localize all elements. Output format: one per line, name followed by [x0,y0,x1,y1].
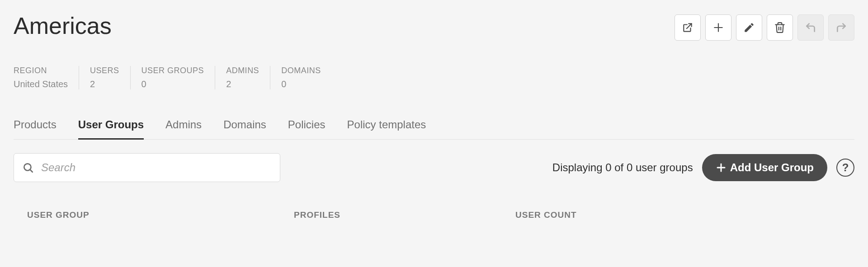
help-icon: ? [842,161,849,174]
search-icon [22,162,34,173]
stat-label: ADMINS [226,66,259,75]
stat-user-groups: USER GROUPS 0 [131,66,216,89]
tab-policy-templates[interactable]: Policy templates [347,118,426,139]
page-title: Americas [14,13,112,40]
plus-icon [716,162,726,173]
pencil-icon [743,22,755,33]
stat-value: United States [14,79,68,89]
column-profiles: PROFILES [294,210,515,220]
edit-button[interactable] [736,14,762,41]
stat-users: USERS 2 [79,66,131,89]
tabs: Products User Groups Admins Domains Poli… [14,118,854,140]
tab-user-groups[interactable]: User Groups [78,118,144,139]
tab-products[interactable]: Products [14,118,57,139]
stat-admins: ADMINS 2 [215,66,270,89]
search-field[interactable] [14,153,280,182]
stat-domains: DOMAINS 0 [270,66,332,89]
stat-label: REGION [14,66,68,75]
tab-policies[interactable]: Policies [288,118,326,139]
redo-icon [835,22,847,33]
display-count-text: Displaying 0 of 0 user groups [552,161,693,174]
add-user-group-button[interactable]: Add User Group [702,154,827,181]
export-icon [682,22,693,33]
stat-value: 2 [226,79,259,89]
table-header: USER GROUP PROFILES USER COUNT [14,210,854,220]
action-bar [675,14,854,41]
column-user-count: USER COUNT [515,210,651,220]
trash-icon [774,22,786,33]
stat-label: USER GROUPS [142,66,204,75]
header-row: Americas [14,13,854,41]
stat-value: 0 [281,79,321,89]
stat-label: USERS [90,66,119,75]
tab-domains[interactable]: Domains [223,118,266,139]
undo-icon [805,22,816,33]
redo-button [828,14,854,41]
delete-button[interactable] [767,14,793,41]
plus-icon [712,22,724,33]
controls-row: Displaying 0 of 0 user groups Add User G… [14,153,854,182]
stat-value: 0 [142,79,204,89]
column-user-group: USER GROUP [27,210,294,220]
help-button[interactable]: ? [836,159,854,177]
add-button[interactable] [705,14,731,41]
page-root: Americas [0,0,868,238]
stat-region: REGION United States [14,66,79,89]
stat-value: 2 [90,79,119,89]
undo-button [797,14,824,41]
add-user-group-label: Add User Group [730,161,814,174]
export-button[interactable] [675,14,701,41]
stat-label: DOMAINS [281,66,321,75]
svg-line-4 [30,170,33,172]
tab-admins[interactable]: Admins [165,118,202,139]
stats-row: REGION United States USERS 2 USER GROUPS… [14,66,854,89]
search-input[interactable] [40,161,272,174]
